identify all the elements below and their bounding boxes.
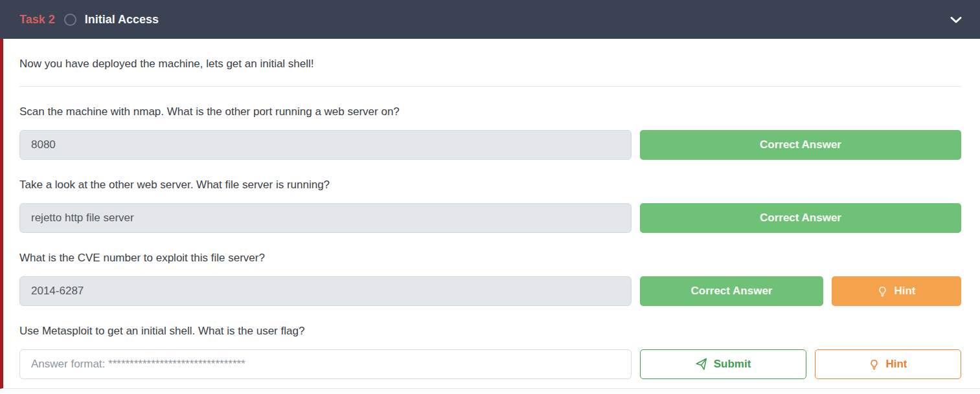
chevron-down-icon[interactable]	[948, 12, 964, 27]
question-1-text: Scan the machine with nmap. What is the …	[19, 104, 961, 120]
lightbulb-icon	[869, 359, 880, 370]
question-4-submit-button[interactable]: Submit	[640, 349, 806, 379]
task-status-circle-icon	[64, 14, 76, 26]
question-2-answer-input	[19, 203, 632, 233]
question-2-buttons: Correct Answer	[640, 203, 961, 233]
question-3-text: What is the CVE number to exploit this f…	[19, 250, 961, 266]
question-1-buttons: Correct Answer	[640, 130, 961, 160]
task-card: Task 2 Initial Access Now you have deplo…	[0, 0, 980, 394]
question-2: Take a look at the other web server. Wha…	[19, 177, 961, 233]
question-3-answer-input	[19, 276, 632, 306]
correct-answer-label: Correct Answer	[760, 212, 841, 224]
correct-answer-label: Correct Answer	[760, 138, 841, 151]
question-2-correct-answer-badge: Correct Answer	[640, 203, 961, 233]
question-3-hint-button[interactable]: Hint	[832, 276, 961, 306]
question-3-answer-row: Correct Answer Hint	[19, 276, 961, 306]
question-4-text: Use Metasploit to get an initial shell. …	[19, 323, 961, 339]
question-3-correct-answer-badge: Correct Answer	[640, 276, 823, 306]
question-3: What is the CVE number to exploit this f…	[19, 250, 961, 306]
hint-label: Hint	[885, 358, 907, 371]
divider	[19, 86, 961, 87]
question-1-correct-answer-badge: Correct Answer	[640, 130, 961, 160]
question-1: Scan the machine with nmap. What is the …	[19, 104, 961, 160]
task-title: Initial Access	[85, 13, 159, 27]
question-1-answer-row: Correct Answer	[19, 130, 961, 160]
question-4-hint-button[interactable]: Hint	[815, 349, 961, 379]
question-4: Use Metasploit to get an initial shell. …	[19, 323, 961, 379]
task-body-panel: Now you have deployed the machine, lets …	[0, 39, 980, 389]
correct-answer-label: Correct Answer	[691, 285, 773, 298]
question-2-answer-row: Correct Answer	[19, 203, 961, 233]
task-intro-text: Now you have deployed the machine, lets …	[19, 57, 961, 71]
task-number-label: Task 2	[19, 13, 55, 27]
question-4-answer-input[interactable]	[19, 349, 632, 379]
question-3-buttons: Correct Answer Hint	[640, 276, 961, 306]
question-4-answer-row: Submit Hint	[19, 349, 961, 379]
question-4-buttons: Submit Hint	[640, 349, 961, 379]
task-header[interactable]: Task 2 Initial Access	[0, 0, 980, 39]
question-1-answer-input	[19, 130, 632, 160]
hint-label: Hint	[894, 285, 915, 298]
lightbulb-icon	[877, 286, 888, 297]
question-2-text: Take a look at the other web server. Wha…	[19, 177, 961, 193]
submit-label: Submit	[714, 358, 751, 371]
paper-plane-icon	[694, 357, 708, 371]
